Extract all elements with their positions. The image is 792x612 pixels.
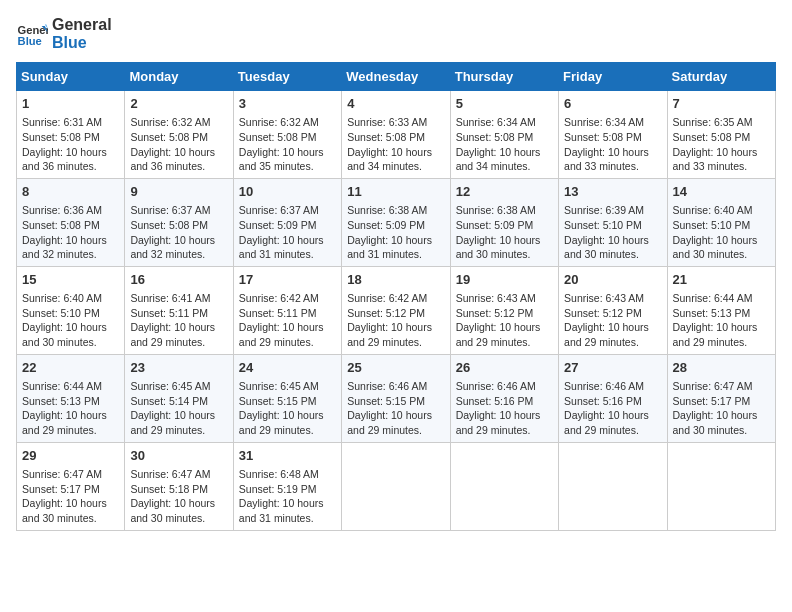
calendar-day-10: 10Sunrise: 6:37 AM Sunset: 5:09 PM Dayli… [233,178,341,266]
calendar-day-19: 19Sunrise: 6:43 AM Sunset: 5:12 PM Dayli… [450,266,558,354]
calendar-day-16: 16Sunrise: 6:41 AM Sunset: 5:11 PM Dayli… [125,266,233,354]
day-number: 3 [239,95,336,113]
weekday-header-saturday: Saturday [667,63,775,91]
svg-text:Blue: Blue [18,35,42,47]
day-number: 25 [347,359,444,377]
calendar-day-6: 6Sunrise: 6:34 AM Sunset: 5:08 PM Daylig… [559,91,667,179]
day-number: 22 [22,359,119,377]
calendar-day-12: 12Sunrise: 6:38 AM Sunset: 5:09 PM Dayli… [450,178,558,266]
day-number: 18 [347,271,444,289]
day-info: Sunrise: 6:43 AM Sunset: 5:12 PM Dayligh… [564,291,661,350]
day-info: Sunrise: 6:38 AM Sunset: 5:09 PM Dayligh… [347,203,444,262]
day-number: 20 [564,271,661,289]
day-info: Sunrise: 6:46 AM Sunset: 5:16 PM Dayligh… [564,379,661,438]
weekday-header-sunday: Sunday [17,63,125,91]
logo-icon: General Blue [16,18,48,50]
calendar-day-20: 20Sunrise: 6:43 AM Sunset: 5:12 PM Dayli… [559,266,667,354]
day-number: 8 [22,183,119,201]
weekday-header-friday: Friday [559,63,667,91]
day-number: 17 [239,271,336,289]
calendar-table: SundayMondayTuesdayWednesdayThursdayFrid… [16,62,776,531]
day-number: 10 [239,183,336,201]
day-number: 9 [130,183,227,201]
day-number: 14 [673,183,770,201]
calendar-day-18: 18Sunrise: 6:42 AM Sunset: 5:12 PM Dayli… [342,266,450,354]
day-info: Sunrise: 6:34 AM Sunset: 5:08 PM Dayligh… [456,115,553,174]
day-number: 12 [456,183,553,201]
empty-cell [559,442,667,530]
calendar-day-31: 31Sunrise: 6:48 AM Sunset: 5:19 PM Dayli… [233,442,341,530]
weekday-header-thursday: Thursday [450,63,558,91]
day-number: 2 [130,95,227,113]
day-number: 23 [130,359,227,377]
day-number: 13 [564,183,661,201]
calendar-day-28: 28Sunrise: 6:47 AM Sunset: 5:17 PM Dayli… [667,354,775,442]
calendar-day-14: 14Sunrise: 6:40 AM Sunset: 5:10 PM Dayli… [667,178,775,266]
day-info: Sunrise: 6:42 AM Sunset: 5:11 PM Dayligh… [239,291,336,350]
day-info: Sunrise: 6:33 AM Sunset: 5:08 PM Dayligh… [347,115,444,174]
calendar-day-8: 8Sunrise: 6:36 AM Sunset: 5:08 PM Daylig… [17,178,125,266]
calendar-day-21: 21Sunrise: 6:44 AM Sunset: 5:13 PM Dayli… [667,266,775,354]
day-info: Sunrise: 6:47 AM Sunset: 5:18 PM Dayligh… [130,467,227,526]
calendar-day-7: 7Sunrise: 6:35 AM Sunset: 5:08 PM Daylig… [667,91,775,179]
calendar-day-23: 23Sunrise: 6:45 AM Sunset: 5:14 PM Dayli… [125,354,233,442]
calendar-day-3: 3Sunrise: 6:32 AM Sunset: 5:08 PM Daylig… [233,91,341,179]
calendar-day-11: 11Sunrise: 6:38 AM Sunset: 5:09 PM Dayli… [342,178,450,266]
day-number: 1 [22,95,119,113]
empty-cell [667,442,775,530]
day-number: 4 [347,95,444,113]
empty-cell [342,442,450,530]
day-info: Sunrise: 6:37 AM Sunset: 5:09 PM Dayligh… [239,203,336,262]
day-info: Sunrise: 6:47 AM Sunset: 5:17 PM Dayligh… [22,467,119,526]
weekday-header-wednesday: Wednesday [342,63,450,91]
day-number: 6 [564,95,661,113]
day-number: 27 [564,359,661,377]
calendar-day-24: 24Sunrise: 6:45 AM Sunset: 5:15 PM Dayli… [233,354,341,442]
calendar-day-2: 2Sunrise: 6:32 AM Sunset: 5:08 PM Daylig… [125,91,233,179]
day-number: 7 [673,95,770,113]
day-number: 16 [130,271,227,289]
calendar-day-25: 25Sunrise: 6:46 AM Sunset: 5:15 PM Dayli… [342,354,450,442]
day-info: Sunrise: 6:43 AM Sunset: 5:12 PM Dayligh… [456,291,553,350]
empty-cell [450,442,558,530]
day-number: 15 [22,271,119,289]
calendar-day-15: 15Sunrise: 6:40 AM Sunset: 5:10 PM Dayli… [17,266,125,354]
day-number: 5 [456,95,553,113]
day-info: Sunrise: 6:37 AM Sunset: 5:08 PM Dayligh… [130,203,227,262]
calendar-day-30: 30Sunrise: 6:47 AM Sunset: 5:18 PM Dayli… [125,442,233,530]
day-info: Sunrise: 6:40 AM Sunset: 5:10 PM Dayligh… [673,203,770,262]
calendar-day-5: 5Sunrise: 6:34 AM Sunset: 5:08 PM Daylig… [450,91,558,179]
day-info: Sunrise: 6:31 AM Sunset: 5:08 PM Dayligh… [22,115,119,174]
day-info: Sunrise: 6:45 AM Sunset: 5:14 PM Dayligh… [130,379,227,438]
day-info: Sunrise: 6:35 AM Sunset: 5:08 PM Dayligh… [673,115,770,174]
weekday-header-monday: Monday [125,63,233,91]
day-info: Sunrise: 6:45 AM Sunset: 5:15 PM Dayligh… [239,379,336,438]
calendar-day-29: 29Sunrise: 6:47 AM Sunset: 5:17 PM Dayli… [17,442,125,530]
day-info: Sunrise: 6:46 AM Sunset: 5:16 PM Dayligh… [456,379,553,438]
calendar-day-1: 1Sunrise: 6:31 AM Sunset: 5:08 PM Daylig… [17,91,125,179]
day-number: 11 [347,183,444,201]
day-info: Sunrise: 6:48 AM Sunset: 5:19 PM Dayligh… [239,467,336,526]
page-header: General Blue General Blue [16,16,776,52]
day-number: 24 [239,359,336,377]
day-info: Sunrise: 6:39 AM Sunset: 5:10 PM Dayligh… [564,203,661,262]
day-number: 29 [22,447,119,465]
calendar-day-26: 26Sunrise: 6:46 AM Sunset: 5:16 PM Dayli… [450,354,558,442]
day-number: 19 [456,271,553,289]
day-number: 31 [239,447,336,465]
svg-text:General: General [18,24,48,36]
day-info: Sunrise: 6:44 AM Sunset: 5:13 PM Dayligh… [673,291,770,350]
day-info: Sunrise: 6:46 AM Sunset: 5:15 PM Dayligh… [347,379,444,438]
calendar-day-17: 17Sunrise: 6:42 AM Sunset: 5:11 PM Dayli… [233,266,341,354]
calendar-day-9: 9Sunrise: 6:37 AM Sunset: 5:08 PM Daylig… [125,178,233,266]
logo: General Blue General Blue [16,16,112,52]
day-info: Sunrise: 6:47 AM Sunset: 5:17 PM Dayligh… [673,379,770,438]
calendar-day-13: 13Sunrise: 6:39 AM Sunset: 5:10 PM Dayli… [559,178,667,266]
day-info: Sunrise: 6:38 AM Sunset: 5:09 PM Dayligh… [456,203,553,262]
weekday-header-tuesday: Tuesday [233,63,341,91]
day-info: Sunrise: 6:34 AM Sunset: 5:08 PM Dayligh… [564,115,661,174]
day-info: Sunrise: 6:32 AM Sunset: 5:08 PM Dayligh… [130,115,227,174]
day-number: 21 [673,271,770,289]
day-number: 30 [130,447,227,465]
day-info: Sunrise: 6:40 AM Sunset: 5:10 PM Dayligh… [22,291,119,350]
